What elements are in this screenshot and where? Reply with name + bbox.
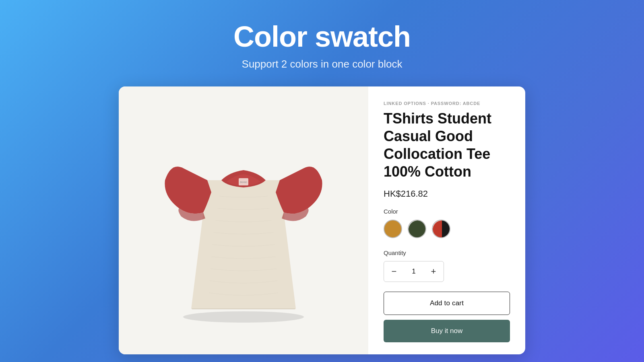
product-details: LINKED OPTIONS · PASSWORD: ABCDE TShirts… <box>368 86 525 354</box>
quantity-control: − 1 + <box>384 261 444 282</box>
page-title: Color swatch <box>233 20 411 53</box>
color-label: Color <box>384 208 510 215</box>
product-title: TShirts Student Casual Good Collocation … <box>384 110 510 181</box>
add-to-cart-button[interactable]: Add to cart <box>384 292 510 315</box>
linked-options-label: LINKED OPTIONS · PASSWORD: ABCDE <box>384 101 510 106</box>
swatch-red-split[interactable] <box>432 220 450 238</box>
quantity-label: Quantity <box>384 249 510 256</box>
page-subtitle: Support 2 colors in one color block <box>242 58 402 70</box>
quantity-value: 1 <box>404 267 423 276</box>
buy-now-button[interactable]: Buy it now <box>384 320 510 342</box>
swatch-amber[interactable] <box>384 220 402 238</box>
svg-point-0 <box>183 311 304 323</box>
product-image-area: BRAND <box>119 86 368 354</box>
product-image: BRAND <box>159 116 328 325</box>
quantity-increase-button[interactable]: + <box>423 261 444 282</box>
quantity-decrease-button[interactable]: − <box>384 261 404 282</box>
svg-text:BRAND: BRAND <box>240 181 247 183</box>
swatch-green[interactable] <box>408 220 426 238</box>
color-swatches <box>384 220 510 238</box>
product-price: HK$216.82 <box>384 189 510 199</box>
product-card: BRAND LINKED OPTIONS · PASSWORD: ABCDE T… <box>119 86 525 354</box>
